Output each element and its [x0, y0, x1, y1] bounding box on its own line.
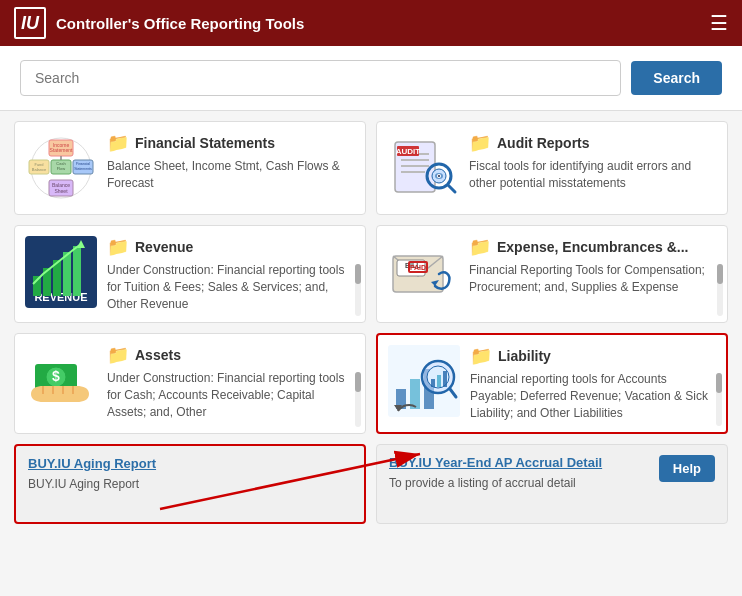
scroll-indicator-revenue [355, 264, 361, 316]
card-assets-title: Assets [135, 347, 181, 363]
card-financial-statements-content: 📁 Financial Statements Balance Sheet, In… [107, 132, 355, 192]
svg-text:Statement: Statement [50, 147, 73, 153]
bottom-card-buy-aging[interactable]: BUY.IU Aging Report BUY.IU Aging Report [14, 444, 366, 524]
card-expense-content: 📁 Expense, Encumbrances &... Financial R… [469, 236, 717, 296]
card-expense-desc: Financial Reporting Tools for Compensati… [469, 262, 717, 296]
svg-text:AUDIT: AUDIT [396, 147, 421, 156]
search-button[interactable]: Search [631, 61, 722, 95]
svg-point-28 [438, 175, 440, 177]
buy-year-end-title[interactable]: BUY.IU Year-End AP Accrual Detail [389, 455, 651, 470]
svg-text:Sheet: Sheet [54, 188, 68, 194]
card-liability-desc: Financial reporting tools for Accounts P… [470, 371, 716, 421]
card-assets-content: 📁 Assets Under Construction: Financial r… [107, 344, 355, 420]
folder-icon-assets: 📁 [107, 344, 129, 366]
revenue-icon: REVENUE [25, 236, 97, 308]
expense-icon: BILL PAID [387, 236, 459, 308]
svg-rect-54 [443, 371, 447, 387]
card-liability[interactable]: 📁 Liability Financial reporting tools fo… [376, 333, 728, 433]
card-assets[interactable]: $ 📁 Assets Under Construction: Financial… [14, 333, 366, 433]
card-revenue-desc: Under Construction: Financial reporting … [107, 262, 355, 312]
main-grid: Income Statement Fund Balance Cash Flow … [0, 111, 742, 434]
scroll-indicator-liability [716, 373, 722, 425]
svg-line-25 [448, 185, 455, 192]
audit-reports-icon: AUDIT [387, 132, 459, 204]
card-expense[interactable]: BILL PAID 📁 Expense, Encumbrances &... F… [376, 225, 728, 323]
card-financial-statements-title: Financial Statements [135, 135, 275, 151]
card-revenue[interactable]: REVENUE 📁 Revenue Under Construction: Fi… [14, 225, 366, 323]
scroll-indicator-expense [717, 264, 723, 316]
card-audit-reports-desc: Fiscal tools for identifying audit error… [469, 158, 717, 192]
card-liability-title: Liability [498, 348, 551, 364]
card-financial-statements-desc: Balance Sheet, Income Stmt, Cash Flows &… [107, 158, 355, 192]
header: IU Controller's Office Reporting Tools ☰ [0, 0, 742, 46]
bottom-card-buy-year-end[interactable]: BUY.IU Year-End AP Accrual Detail To pro… [376, 444, 728, 524]
card-assets-desc: Under Construction: Financial reporting … [107, 370, 355, 420]
search-section: Search [0, 46, 742, 111]
folder-icon-liability: 📁 [470, 345, 492, 367]
card-financial-statements[interactable]: Income Statement Fund Balance Cash Flow … [14, 121, 366, 215]
folder-icon-expense: 📁 [469, 236, 491, 258]
buy-aging-desc: BUY.IU Aging Report [28, 477, 352, 491]
svg-text:Balance: Balance [32, 167, 47, 172]
svg-text:Flow: Flow [57, 166, 66, 171]
hamburger-icon[interactable]: ☰ [710, 11, 728, 35]
card-audit-reports-content: 📁 Audit Reports Fiscal tools for identif… [469, 132, 717, 192]
svg-text:$: $ [52, 368, 60, 384]
search-input[interactable] [20, 60, 621, 96]
buy-year-end-right: BUY.IU Year-End AP Accrual Detail To pro… [389, 455, 715, 490]
header-title: Controller's Office Reporting Tools [56, 15, 304, 32]
financial-statements-icon: Income Statement Fund Balance Cash Flow … [25, 132, 97, 204]
buy-year-end-content: BUY.IU Year-End AP Accrual Detail To pro… [389, 455, 651, 490]
bottom-row: BUY.IU Aging Report BUY.IU Aging Report … [0, 444, 742, 534]
svg-text:Financial: Financial [76, 162, 90, 166]
header-left: IU Controller's Office Reporting Tools [14, 7, 304, 39]
folder-icon: 📁 [107, 132, 129, 154]
liability-icon [388, 345, 460, 417]
svg-rect-35 [73, 246, 81, 296]
svg-rect-53 [437, 375, 441, 387]
assets-icon: $ [25, 344, 97, 416]
svg-rect-34 [63, 252, 71, 296]
svg-rect-52 [431, 379, 435, 387]
svg-text:PAID: PAID [410, 264, 426, 271]
card-audit-reports[interactable]: AUDIT 📁 Audit Reports Fiscal tools for i… [376, 121, 728, 215]
help-button[interactable]: Help [659, 455, 715, 482]
buy-aging-title[interactable]: BUY.IU Aging Report [28, 456, 352, 471]
card-revenue-content: 📁 Revenue Under Construction: Financial … [107, 236, 355, 312]
scroll-indicator-assets [355, 372, 361, 426]
folder-icon-audit: 📁 [469, 132, 491, 154]
buy-year-end-desc: To provide a listing of accrual detail [389, 476, 651, 490]
card-revenue-title: Revenue [135, 239, 193, 255]
card-expense-title: Expense, Encumbrances &... [497, 239, 688, 255]
svg-text:Statements: Statements [74, 167, 92, 171]
iu-logo: IU [14, 7, 46, 39]
card-audit-reports-title: Audit Reports [497, 135, 590, 151]
card-liability-content: 📁 Liability Financial reporting tools fo… [470, 345, 716, 421]
folder-icon-revenue: 📁 [107, 236, 129, 258]
